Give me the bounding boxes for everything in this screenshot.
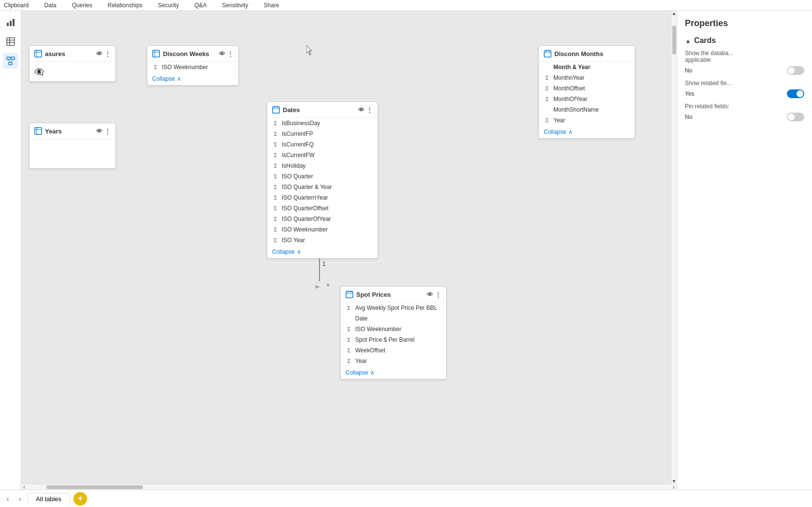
- field-label: ISO QuarternYear: [282, 194, 328, 201]
- disconn-weeks-more-icon[interactable]: ⋮: [227, 50, 233, 58]
- sigma-icon: Σ: [272, 205, 279, 211]
- sigma-icon: Σ: [544, 75, 551, 81]
- card-dates-icon: [272, 106, 280, 114]
- measures-eye-icon[interactable]: 👁: [96, 50, 102, 58]
- pin-related-toggle-switch[interactable]: [787, 113, 804, 121]
- field-disconn-weeks-weeknumber: Σ ISO Weeknumber: [147, 62, 238, 72]
- years-more-icon[interactable]: ⋮: [104, 128, 111, 135]
- field-label: WeekOffset: [355, 347, 385, 354]
- field-dates-iso-quarternyear: ΣISO QuarternYear: [267, 192, 377, 203]
- pin-related-toggle-row: No: [685, 113, 804, 121]
- pin-related-label: Pin related fields:: [685, 103, 804, 110]
- tab-all-tables[interactable]: All tables: [28, 493, 70, 505]
- field-label: MonthOffset: [553, 85, 585, 92]
- card-disconn-months-collapse[interactable]: Collapse ∧: [539, 126, 635, 138]
- svg-rect-1: [10, 21, 12, 26]
- field-label: IsCurrentFW: [282, 152, 315, 159]
- field-dm-monthnyear: ΣMonthnYear: [539, 72, 635, 83]
- field-dates-iso-quarterofyear: ΣISO QuarterOfYear: [267, 214, 377, 224]
- sigma-icon: Σ: [272, 163, 279, 169]
- card-disconn-months-header: Disconn Months: [539, 46, 635, 62]
- card-spot-prices-icon: [346, 290, 353, 298]
- svg-rect-25: [273, 107, 279, 113]
- field-label: MonthOfYear: [553, 96, 587, 102]
- card-disconn-weeks: Disconn Weeks 👁 ⋮ Σ ISO Weeknumber Colla…: [147, 45, 239, 86]
- tab-nav-next[interactable]: ›: [16, 494, 24, 504]
- dates-eye-icon[interactable]: 👁: [358, 106, 364, 114]
- toolbar-data[interactable]: Data: [44, 2, 56, 9]
- svg-rect-9: [9, 62, 12, 65]
- spot-prices-more-icon[interactable]: ⋮: [435, 291, 441, 298]
- show-related-toggle-switch[interactable]: [787, 89, 804, 98]
- show-related-toggle-yes: Yes: [685, 90, 695, 97]
- canvas-scrollbar-h[interactable]: ‹ ›: [21, 484, 677, 490]
- cards-section-header[interactable]: ▲ Cards: [685, 36, 804, 45]
- sigma-icon: Σ: [346, 348, 352, 353]
- sigma-icon: Σ: [272, 237, 279, 243]
- field-label: ISO QuarterOffset: [282, 205, 328, 212]
- svg-text:1: 1: [322, 261, 326, 267]
- canvas-scrollbar-v[interactable]: ▲ ▼: [671, 11, 677, 484]
- field-label: IsCurrentFQ: [282, 141, 314, 148]
- sigma-icon: Σ: [272, 195, 279, 201]
- field-sp-year: ΣYear: [341, 356, 446, 366]
- svg-text:*: *: [327, 282, 330, 290]
- chevron-up-icon: ▲: [685, 37, 691, 44]
- field-label: ISO QuarterOfYear: [282, 216, 331, 222]
- field-label: ISO Quarter & Year: [282, 184, 332, 190]
- field-dates-isholiday: ΣIsHoliday: [267, 160, 377, 171]
- scroll-thumb-v[interactable]: [672, 26, 676, 55]
- scroll-thumb-h[interactable]: [46, 485, 143, 489]
- spot-prices-eye-icon[interactable]: 👁: [427, 291, 433, 298]
- card-measures: asures 👁 ⋮ 👁‍🗨: [29, 45, 116, 82]
- measures-hidden-icon: 👁‍🗨: [34, 67, 44, 76]
- card-dates: Dates 👁 ⋮ ΣIsBusinessDayΣIsCurrentFPΣIsC…: [267, 101, 378, 259]
- toolbar-share[interactable]: Share: [264, 2, 279, 9]
- card-dates-collapse[interactable]: Collapse ∧: [267, 246, 377, 258]
- field-label: Month & Year: [553, 64, 590, 71]
- disconn-months-chevron: ∧: [568, 129, 573, 135]
- measures-more-icon[interactable]: ⋮: [104, 50, 111, 58]
- svg-line-10: [8, 59, 10, 62]
- toolbar-qa[interactable]: Q&A: [194, 2, 206, 9]
- spot-prices-chevron: ∧: [370, 369, 375, 376]
- field-label: IsHoliday: [282, 162, 305, 169]
- card-disconn-months: Disconn Months Month & YearΣMonthnYearΣM…: [538, 45, 635, 139]
- field-dates-iso-quarter: ΣISO Quarter: [267, 171, 377, 182]
- card-spot-prices-title: Spot Prices: [356, 291, 391, 298]
- field-sp-iso-weeknumber: ΣISO Weeknumber: [341, 324, 446, 334]
- sigma-icon: Σ: [346, 305, 352, 311]
- add-tab-button[interactable]: +: [73, 492, 87, 506]
- card-disconn-weeks-collapse[interactable]: Collapse ∧: [147, 72, 238, 85]
- sidebar-table-icon[interactable]: [3, 34, 18, 49]
- toolbar-clipboard[interactable]: Clipboard: [4, 2, 29, 9]
- years-eye-icon[interactable]: 👁: [96, 128, 102, 135]
- sigma-icon: Σ: [272, 142, 279, 147]
- sidebar-bar-chart-icon[interactable]: [3, 14, 18, 30]
- spot-prices-fields: ΣAvg Weekly Spot Price Per BBLDateΣISO W…: [341, 303, 446, 366]
- field-dm-monthshortname: MonthShortName: [539, 104, 635, 115]
- svg-rect-22: [153, 50, 160, 57]
- toolbar-queries[interactable]: Queries: [72, 2, 92, 9]
- tab-nav-prev[interactable]: ‹: [4, 494, 12, 504]
- sigma-icon: Σ: [272, 120, 279, 126]
- sigma-icon: Σ: [272, 227, 279, 232]
- svg-rect-0: [7, 23, 9, 26]
- svg-rect-7: [7, 57, 10, 59]
- sidebar-network-icon[interactable]: [3, 53, 18, 69]
- toolbar-sensitivity[interactable]: Sensitivity: [222, 2, 248, 9]
- show-database-toggle-switch[interactable]: [787, 66, 804, 75]
- field-dates-iso-quarter-&-year: ΣISO Quarter & Year: [267, 182, 377, 192]
- toolbar-security[interactable]: Security: [158, 2, 179, 9]
- canvas: 1 ⊳ * asures 👁 ⋮ 👁‍🗨: [21, 11, 677, 490]
- disconn-months-fields: Month & YearΣMonthnYearΣMonthOffsetΣMont…: [539, 62, 635, 126]
- scroll-up-btn[interactable]: ▲: [672, 11, 677, 16]
- field-dm-month-&-year: Month & Year: [539, 62, 635, 72]
- toolbar-relationships[interactable]: Relationships: [108, 2, 143, 9]
- card-spot-prices-collapse[interactable]: Collapse ∧: [341, 366, 446, 379]
- scroll-down-btn[interactable]: ▼: [672, 478, 677, 484]
- card-disconn-weeks-header: Disconn Weeks 👁 ⋮: [147, 46, 238, 62]
- dates-more-icon[interactable]: ⋮: [366, 106, 373, 114]
- disconn-weeks-eye-icon[interactable]: 👁: [219, 50, 225, 58]
- collapse-chevron-up: ∧: [177, 75, 181, 82]
